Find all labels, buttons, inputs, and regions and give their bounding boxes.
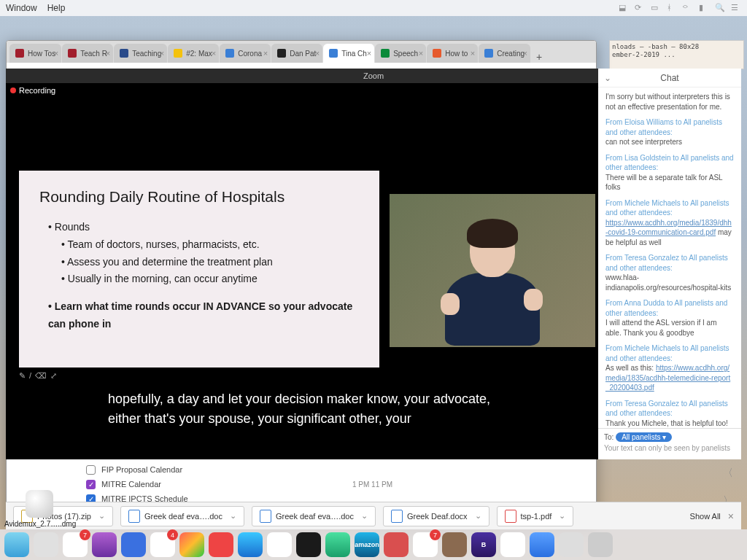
tab-label: Teaching [132, 50, 161, 58]
calendar-sidebar: FIP Proposal Calendar ✓ MITRE Calendar 1… [86, 462, 392, 506]
browser-tab[interactable]: Dan Pat× [271, 44, 322, 63]
chat-message: From Michele Michaels to All panelists a… [605, 198, 734, 248]
chat-body: There will be a separate talk for ASL fo… [605, 173, 734, 192]
dock-app[interactable] [559, 532, 584, 557]
display-icon[interactable]: ▭ [651, 3, 661, 13]
speaker-video[interactable] [390, 194, 595, 347]
new-tab-button[interactable]: + [531, 51, 547, 63]
control-center-icon[interactable]: ☰ [731, 3, 741, 13]
search-icon[interactable]: 🔍 [715, 3, 725, 13]
browser-tab[interactable]: Corona× [220, 44, 271, 63]
chat-messages[interactable]: I'm sorry but without interpreters this … [598, 88, 741, 428]
tab-label: Tina Ch [341, 50, 367, 58]
dock-app[interactable] [238, 532, 263, 557]
checkbox-icon[interactable] [86, 465, 96, 475]
tab-label: Dan Pat [290, 50, 316, 58]
close-icon[interactable]: × [106, 49, 110, 58]
recipient-dropdown[interactable]: All panelists ▾ [616, 432, 672, 442]
menu-help[interactable]: Help [47, 3, 66, 13]
chat-link[interactable]: https://www.acdhh.org/media/1835/acdhh-t… [605, 364, 730, 392]
chat-body: https://www.acdhh.org/media/1839/dhh-cov… [605, 218, 734, 248]
favicon [225, 49, 234, 58]
dock-app[interactable] [325, 532, 350, 557]
chevron-down-icon[interactable]: ⌄ [559, 511, 565, 521]
chat-header: ⌄ Chat [598, 69, 741, 88]
battery-icon[interactable]: ▮ [699, 3, 709, 13]
browser-tab[interactable]: #2: Max× [168, 44, 219, 63]
annotation-toolbar[interactable]: ✎ / ⌫ ⤢ [19, 371, 58, 381]
checkbox-icon[interactable]: ✓ [86, 480, 96, 489]
desktop-dmg[interactable]: Avidemux_2.7…..dmg [4, 490, 74, 528]
terminal-window[interactable]: nloads — -bash — 80x28 ember-2-2019 ... [609, 40, 744, 69]
to-label: To: [604, 433, 614, 441]
dock-app[interactable] [92, 532, 117, 557]
show-all-button[interactable]: Show All [690, 512, 721, 521]
sync-icon[interactable]: ⟳ [635, 3, 645, 13]
bluetooth-icon[interactable]: ᚼ [667, 3, 677, 13]
download-item[interactable]: Greek deaf eva….doc⌄ [120, 506, 244, 526]
download-item[interactable]: Greek Deaf.docx⌄ [383, 506, 489, 526]
chat-body: As well as this: https://www.acdhh.org/m… [605, 363, 734, 393]
dock-app[interactable]: amazon [355, 532, 379, 557]
close-icon[interactable]: × [160, 49, 164, 58]
dock-app[interactable] [384, 532, 409, 557]
close-icon[interactable]: × [419, 49, 423, 58]
browser-tab[interactable]: Speech× [375, 44, 426, 63]
chat-body: www.hlaa-indianapolis.org/resources/hosp… [605, 273, 734, 292]
favicon [277, 49, 286, 58]
dock: 74amazon7B [0, 529, 747, 560]
calendar-row[interactable]: ✓ MITRE Calendar 1 PM 11 PM [86, 477, 392, 491]
browser-tab[interactable]: Tina Ch× [323, 44, 374, 63]
chevron-down-icon[interactable]: ⌄ [361, 511, 368, 521]
dock-app[interactable] [588, 532, 613, 557]
menu-window[interactable]: Window [6, 3, 37, 13]
menu-extras: ⬓ ⟳ ▭ ᚼ ⌔ ▮ 🔍 ☰ [619, 3, 741, 13]
dock-app[interactable]: B [471, 532, 496, 557]
dropbox-icon[interactable]: ⬓ [619, 3, 629, 13]
dock-app[interactable] [500, 532, 525, 557]
dock-app[interactable] [530, 532, 554, 557]
dock-app[interactable] [121, 532, 146, 557]
browser-tab[interactable]: Teach R× [62, 44, 113, 63]
badge: 7 [430, 529, 441, 540]
download-item[interactable]: tsp-1.pdf⌄ [497, 506, 574, 526]
dock-app[interactable] [296, 532, 321, 557]
chevron-down-icon[interactable]: ⌄ [230, 511, 236, 521]
close-icon[interactable]: × [471, 49, 475, 58]
browser-tab[interactable]: Teaching× [114, 44, 167, 63]
chat-body: can not see interpreters [605, 137, 734, 147]
dock-app[interactable]: 7 [413, 532, 438, 557]
chat-link[interactable]: https://www.acdhh.org/media/1839/dhh-cov… [605, 219, 732, 237]
dock-app[interactable] [179, 532, 204, 557]
dock-app[interactable] [442, 532, 467, 557]
chat-body: I'm sorry but without interpreters this … [605, 92, 734, 112]
dock-app[interactable] [34, 532, 58, 557]
chevron-down-icon[interactable]: ⌄ [604, 73, 611, 83]
dock-app[interactable]: 4 [150, 532, 175, 557]
browser-tab[interactable]: How to× [427, 44, 478, 63]
close-icon[interactable]: × [523, 49, 527, 58]
dock-app[interactable]: 7 [63, 532, 88, 557]
wifi-icon[interactable]: ⌔ [683, 3, 693, 13]
recording-indicator: Recording [10, 86, 55, 95]
dock-app[interactable] [209, 532, 233, 557]
chat-hint: Your text can only be seen by panelists [604, 444, 735, 452]
file-icon [505, 510, 516, 523]
close-icon[interactable]: × [315, 49, 320, 58]
browser-tab[interactable]: Creating× [479, 44, 530, 63]
dock-app[interactable] [4, 532, 29, 557]
dock-app[interactable] [267, 532, 292, 557]
chevron-down-icon[interactable]: ⌄ [475, 511, 481, 521]
close-icon[interactable]: × [728, 510, 734, 522]
browser-tab[interactable]: How Tos× [9, 44, 61, 63]
chevron-down-icon[interactable]: ⌄ [98, 511, 105, 521]
chat-from: From Michele Michaels to All panelists a… [605, 198, 734, 218]
close-icon[interactable]: × [263, 49, 268, 58]
close-icon[interactable]: × [367, 49, 371, 58]
file-icon [260, 510, 271, 523]
tab-label: Teach R [80, 50, 107, 58]
close-icon[interactable]: × [212, 49, 216, 58]
close-icon[interactable]: × [54, 49, 58, 58]
calendar-row[interactable]: FIP Proposal Calendar [86, 462, 392, 477]
download-item[interactable]: Greek deaf eva….doc⌄ [252, 506, 376, 526]
